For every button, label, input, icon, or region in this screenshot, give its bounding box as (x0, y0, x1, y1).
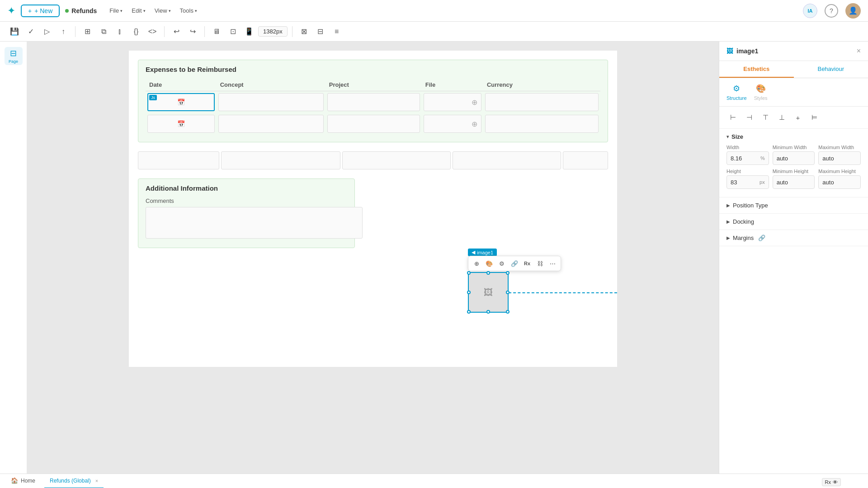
settings-tool-button[interactable]: ⚙ (496, 258, 507, 269)
tab-styles[interactable]: 🎨 Styles (754, 84, 768, 101)
play-button[interactable]: ▷ (40, 24, 54, 39)
handle-bottom-center[interactable] (486, 310, 490, 314)
help-button[interactable]: ? (825, 4, 838, 18)
max-width-input[interactable]: auto (818, 151, 861, 165)
handle-middle-left[interactable] (467, 291, 471, 294)
tab-structure[interactable]: ⚙ Structure (726, 84, 747, 101)
align-right-button[interactable]: ⊤ (759, 111, 772, 124)
align-center-h-button[interactable]: ⊣ (743, 111, 755, 124)
align-bottom-button[interactable]: ⊨ (808, 111, 821, 124)
sidebar-page[interactable]: ⊟ Page (5, 47, 23, 65)
panel-header: 🖼 image1 × (719, 42, 868, 61)
chain-tool-button[interactable]: ⛓ (534, 258, 545, 269)
check-button[interactable]: ✓ (24, 24, 38, 39)
image-element[interactable]: ◀ image1 ⊕ 🎨 ⚙ 🔗 Rx ⛓ ⋯ (468, 272, 509, 313)
plain-cell-2[interactable] (221, 151, 340, 169)
menu-view[interactable]: View ▾ (151, 5, 175, 16)
concept-input-row2[interactable] (218, 115, 324, 133)
new-button[interactable]: + + New (21, 5, 60, 17)
col-concept: Concept (217, 79, 326, 91)
align-center-v-button[interactable]: + (792, 111, 804, 124)
min-height-input[interactable]: auto (773, 175, 815, 189)
min-width-label: Minimum Width (773, 145, 815, 150)
link-tool-button[interactable]: 🔗 (509, 258, 520, 269)
plain-cell-1[interactable] (138, 151, 219, 169)
plus-icon: ⊕ (472, 98, 477, 107)
handle-bottom-right[interactable] (506, 310, 509, 314)
date-input-row1[interactable]: Js 📅 (147, 93, 215, 111)
docking-section[interactable]: ▶ Docking (719, 214, 868, 230)
width-field: Width 8.16 % (726, 145, 769, 165)
concept-input-row1[interactable] (218, 93, 324, 111)
ia-avatar[interactable]: IA (803, 4, 817, 18)
desktop-view-button[interactable]: 🖥 (209, 24, 224, 39)
expenses-table: Date Concept Project File Currency Js (146, 79, 600, 135)
max-height-input[interactable]: auto (818, 175, 861, 189)
min-height-label: Minimum Height (773, 169, 815, 174)
plain-cell-5[interactable] (563, 151, 608, 169)
handle-top-right[interactable] (506, 271, 509, 275)
toolbar: 💾 ✓ ▷ ↑ ⊞ ⧉ ⫿ {} <> ↩ ↪ 🖥 ⊡ 📱 1382px ⊠ ⊟… (0, 22, 868, 42)
size-section-header[interactable]: ▾ Size (726, 133, 861, 140)
tablet-view-button[interactable]: ⊡ (226, 24, 240, 39)
tab-home[interactable]: 🏠 Home (5, 474, 41, 488)
size-row-2: Height 83 px Minimum Height auto Maximum… (726, 169, 861, 189)
user-avatar[interactable]: 👤 (845, 3, 861, 19)
min-width-field: Minimum Width auto (773, 145, 815, 165)
project-input-row2[interactable] (327, 115, 420, 133)
menu-file[interactable]: File ▾ (106, 5, 126, 16)
currency-input-row2[interactable] (485, 115, 599, 133)
settings-toolbar-button[interactable]: ≡ (330, 24, 344, 39)
menu-tools[interactable]: Tools ▾ (176, 5, 201, 16)
tab-close-button[interactable]: × (95, 478, 98, 483)
menu-edit[interactable]: Edit ▾ (128, 5, 149, 16)
code-button[interactable]: <> (145, 24, 160, 39)
tab-esthetics[interactable]: Esthetics (719, 61, 794, 78)
plain-cell-4[interactable] (453, 151, 561, 169)
comments-textarea[interactable] (146, 207, 363, 239)
expenses-title: Expenses to be Reimbursed (146, 66, 600, 73)
min-width-input[interactable]: auto (773, 151, 815, 165)
date-input-row2[interactable]: 📅 (147, 115, 215, 133)
breakpoint-button[interactable]: ⊠ (297, 24, 311, 39)
margins-section[interactable]: ▶ Margins 🔗 (719, 230, 868, 246)
handle-top-center[interactable] (486, 271, 490, 275)
file-input-row1[interactable]: ⊕ (424, 93, 481, 111)
position-type-section[interactable]: ▶ Position Type (719, 197, 868, 214)
plain-cell-3[interactable] (342, 151, 451, 169)
project-input-row1[interactable] (327, 93, 420, 111)
move-tool-button[interactable]: ⊕ (471, 258, 482, 269)
align-top-button[interactable]: ⊥ (775, 111, 788, 124)
rx-tool-button[interactable]: Rx (522, 258, 533, 269)
redo-button[interactable]: ↪ (185, 24, 200, 39)
file-input-row2[interactable]: ⊕ (424, 115, 481, 133)
save-button[interactable]: 💾 (7, 24, 22, 39)
js-button[interactable]: {} (129, 24, 143, 39)
slots-button[interactable]: ⫿ (113, 24, 127, 39)
separator (164, 26, 165, 37)
paint-tool-button[interactable]: 🎨 (484, 258, 495, 269)
handle-top-left[interactable] (467, 271, 471, 275)
export-button[interactable]: ↑ (56, 24, 71, 39)
size-label: Size (731, 133, 743, 140)
width-input[interactable]: 8.16 % (726, 151, 769, 165)
new-label: + New (34, 7, 52, 14)
handle-bottom-left[interactable] (467, 310, 471, 314)
layers-button[interactable]: ⧉ (96, 24, 111, 39)
align-left-button[interactable]: ⊢ (726, 111, 739, 124)
close-panel-button[interactable]: × (857, 47, 861, 55)
currency-input-row1[interactable] (485, 93, 599, 111)
mobile-view-button[interactable]: 📱 (242, 24, 256, 39)
selection-extension-line (509, 292, 617, 293)
popout-button[interactable]: ⊟ (313, 24, 328, 39)
tab-refunds-global[interactable]: Refunds (Global) × (44, 474, 104, 488)
tab-behaviour[interactable]: Behaviour (794, 61, 868, 78)
panel-title-icon: 🖼 (726, 47, 733, 55)
canvas-area[interactable]: Expenses to be Reimbursed Date Concept P… (27, 42, 719, 474)
undo-button[interactable]: ↩ (169, 24, 184, 39)
components-button[interactable]: ⊞ (80, 24, 94, 39)
max-height-field: Maximum Height auto (818, 169, 861, 189)
height-input[interactable]: 83 px (726, 175, 769, 189)
panel-tabs: Esthetics Behaviour (719, 61, 868, 78)
more-tool-button[interactable]: ⋯ (547, 258, 558, 269)
